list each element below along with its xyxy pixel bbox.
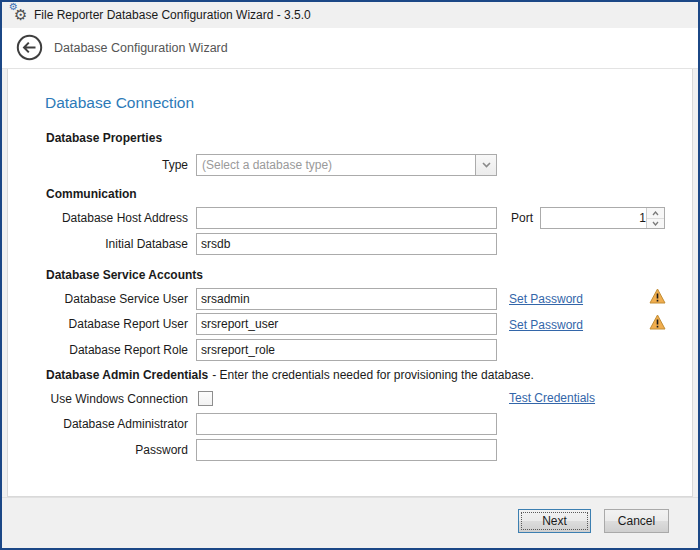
initial-database-input[interactable] — [196, 233, 497, 255]
database-administrator-label: Database Administrator — [20, 413, 188, 435]
back-button[interactable] — [16, 34, 43, 61]
chevron-down-icon — [482, 162, 491, 168]
type-label: Type — [20, 154, 188, 176]
service-user-warning-icon — [649, 288, 666, 304]
footer-separator — [2, 497, 698, 498]
wizard-window: ⚙ ⚙ File Reporter Database Configuration… — [0, 0, 700, 550]
report-user-input[interactable] — [196, 313, 497, 335]
host-address-input[interactable] — [196, 207, 497, 229]
chevron-up-icon — [652, 211, 659, 216]
title-bar: ⚙ ⚙ File Reporter Database Configuration… — [2, 2, 698, 28]
service-user-set-password-link[interactable]: Set Password — [509, 288, 583, 310]
section-communication: Communication — [46, 187, 137, 201]
admin-credentials-description: - Enter the credentials needed for provi… — [212, 368, 534, 382]
port-label: Port — [470, 207, 533, 229]
cancel-button[interactable]: Cancel — [604, 509, 669, 533]
database-type-selected-value: (Select a database type) — [202, 155, 332, 175]
admin-credentials-heading: Database Admin Credentials — [46, 368, 208, 382]
port-spinner — [540, 207, 665, 229]
database-type-select[interactable]: (Select a database type) — [196, 154, 497, 176]
port-decrement-button[interactable] — [647, 218, 664, 228]
report-role-input[interactable] — [196, 339, 497, 361]
header-title: Database Configuration Wizard — [54, 28, 228, 68]
app-gears-icon: ⚙ ⚙ — [10, 5, 30, 25]
report-user-label: Database Report User — [20, 313, 188, 335]
password-input[interactable] — [196, 439, 497, 461]
database-administrator-input[interactable] — [196, 413, 497, 435]
service-user-input[interactable] — [196, 288, 497, 310]
report-role-label: Database Report Role — [20, 339, 188, 361]
use-windows-connection-label: Use Windows Connection — [20, 388, 188, 410]
use-windows-connection-checkbox[interactable] — [198, 391, 213, 406]
section-service-accounts: Database Service Accounts — [46, 268, 203, 282]
report-user-warning-icon — [649, 314, 666, 330]
wizard-header: Database Configuration Wizard — [2, 28, 698, 69]
back-arrow-icon — [16, 34, 43, 61]
host-address-label: Database Host Address — [20, 207, 188, 229]
page-title: Database Connection — [45, 94, 194, 112]
port-spin-buttons — [646, 208, 664, 228]
section-database-properties: Database Properties — [46, 131, 162, 145]
port-input[interactable] — [541, 208, 648, 228]
chevron-down-icon — [652, 221, 659, 226]
window-title: File Reporter Database Configuration Wiz… — [34, 2, 311, 28]
report-user-set-password-link[interactable]: Set Password — [509, 314, 583, 336]
port-increment-button[interactable] — [647, 208, 664, 218]
password-label: Password — [20, 439, 188, 461]
next-button[interactable]: Next — [518, 509, 591, 533]
initial-database-label: Initial Database — [20, 233, 188, 255]
service-user-label: Database Service User — [20, 288, 188, 310]
combo-dropdown-button[interactable] — [475, 155, 496, 175]
test-credentials-link[interactable]: Test Credentials — [509, 387, 595, 409]
section-admin-credentials: Database Admin Credentials- Enter the cr… — [46, 368, 534, 382]
